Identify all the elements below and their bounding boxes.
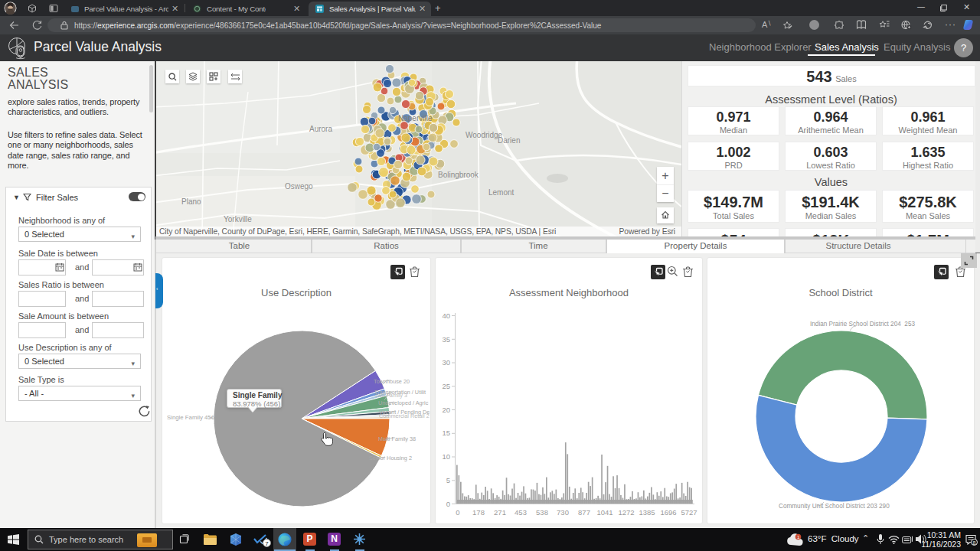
svg-text:Undeveloped / Agric: Undeveloped / Agric — [378, 399, 429, 406]
svg-text:40: 40 — [442, 311, 450, 320]
svg-text:453: 453 — [514, 508, 527, 517]
svg-text:1272: 1272 — [618, 508, 634, 517]
svg-text:10: 10 — [442, 452, 450, 461]
svg-text:Multi Family 38: Multi Family 38 — [378, 435, 416, 442]
svg-text:271: 271 — [494, 508, 506, 517]
svg-text:30: 30 — [442, 358, 450, 367]
svg-text:35: 35 — [442, 335, 450, 344]
svg-text:Commercial Retail 2: Commercial Retail 2 — [379, 412, 430, 419]
svg-text:1696: 1696 — [660, 508, 676, 517]
svg-text:1385: 1385 — [639, 508, 655, 517]
svg-text:Two Family 3: Two Family 3 — [374, 392, 407, 399]
svg-text:0: 0 — [456, 508, 459, 517]
svg-text:538: 538 — [536, 508, 548, 517]
svg-text:178: 178 — [472, 508, 485, 517]
svg-text:Indian Prairie School District: Indian Prairie School District 204 253 — [810, 321, 915, 328]
svg-text:5727: 5727 — [681, 508, 697, 517]
svg-text:Senior Housing 2: Senior Housing 2 — [369, 455, 412, 461]
svg-text:0: 0 — [446, 500, 450, 508]
svg-text:Single Family 456: Single Family 456 — [167, 414, 214, 421]
svg-text:25: 25 — [442, 382, 450, 390]
svg-text:Townhouse 20: Townhouse 20 — [374, 378, 410, 385]
svg-text:5: 5 — [446, 476, 450, 484]
svg-text:Community Unit School District: Community Unit School District 203 290 — [779, 503, 890, 510]
svg-text:20: 20 — [442, 406, 450, 414]
svg-text:1041: 1041 — [596, 508, 612, 517]
svg-text:730: 730 — [557, 508, 569, 517]
svg-text:877: 877 — [578, 508, 590, 517]
svg-text:15: 15 — [442, 429, 450, 437]
